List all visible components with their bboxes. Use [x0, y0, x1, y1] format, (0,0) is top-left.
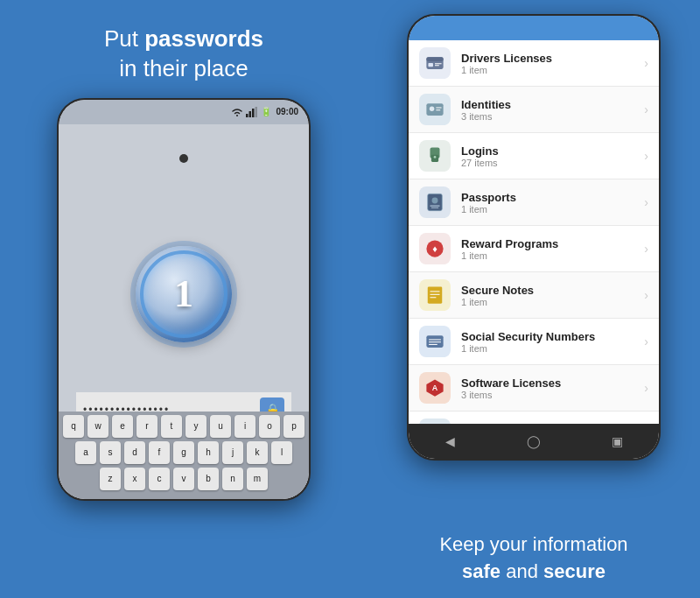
list-item-drivers-licenses[interactable]: Drivers Licenses1 item› — [409, 40, 659, 87]
text-identities: Identities3 items — [461, 98, 634, 122]
keyboard: q w e r t y u i o p a s d — [59, 412, 309, 499]
key-g[interactable]: g — [173, 441, 194, 464]
list-item-reward-programs[interactable]: ♦Reward Programs1 item› — [409, 226, 659, 272]
item-title: Secure Notes — [461, 284, 634, 297]
bottom-secure: secure — [543, 560, 606, 582]
key-b[interactable]: b — [198, 468, 219, 490]
headline-place: in their place — [119, 55, 248, 81]
logo-number: 1 — [174, 271, 193, 316]
key-s[interactable]: s — [100, 441, 121, 464]
key-q[interactable]: q — [63, 415, 84, 438]
status-bar-right — [409, 16, 659, 40]
chevron-right-icon: › — [644, 381, 648, 395]
keyboard-row-1: q w e r t y u i o p — [62, 415, 305, 438]
item-subtitle: 3 items — [461, 390, 634, 400]
svg-point-15 — [434, 156, 437, 158]
key-f[interactable]: f — [149, 441, 170, 464]
item-title: Social Security Numbers — [461, 330, 634, 343]
key-m[interactable]: m — [247, 468, 268, 490]
list-item-ssn[interactable]: Social Security Numbers1 item› — [409, 319, 659, 365]
chevron-right-icon: › — [644, 334, 648, 348]
key-h[interactable]: h — [198, 441, 219, 464]
list-item-logins[interactable]: Logins27 items› — [409, 133, 659, 179]
icon-logins — [419, 140, 451, 172]
icon-ssn — [419, 326, 451, 357]
key-c[interactable]: c — [149, 468, 170, 490]
svg-text:♦: ♦ — [432, 243, 438, 254]
svg-rect-27 — [426, 335, 443, 348]
bottom-text-right: Keep your information safe and secure — [368, 531, 700, 586]
key-e[interactable]: e — [112, 415, 133, 438]
chevron-right-icon: › — [644, 56, 648, 70]
key-o[interactable]: o — [259, 415, 280, 438]
item-subtitle: 3 items — [461, 111, 634, 122]
text-reward-programs: Reward Programs1 item — [461, 237, 634, 261]
keyboard-row-2: a s d f g h j k l — [62, 441, 305, 464]
key-d[interactable]: d — [124, 441, 145, 464]
item-subtitle: 1 item — [461, 297, 634, 307]
key-j[interactable]: j — [222, 441, 243, 464]
chevron-right-icon: › — [644, 102, 648, 116]
key-x[interactable]: x — [124, 468, 145, 490]
battery-icon: 🔋 — [261, 107, 271, 116]
key-n[interactable]: n — [222, 468, 243, 490]
key-k[interactable]: k — [247, 441, 268, 464]
back-button[interactable]: ◀ — [439, 433, 462, 450]
left-headline: Put passwords in their place — [104, 25, 263, 84]
phone-right: Drivers Licenses1 item›Identities3 items… — [407, 14, 661, 461]
headline-put: Put — [104, 25, 138, 52]
key-a[interactable]: a — [75, 441, 96, 464]
svg-rect-3 — [256, 107, 258, 117]
camera-dot — [179, 154, 188, 163]
chevron-right-icon: › — [644, 195, 648, 209]
item-subtitle: 27 items — [461, 158, 634, 168]
phone-screen-left: 1 •••••••••••••••• 🔒 q w e r t y — [59, 124, 309, 499]
left-panel: Put passwords in their place — [0, 0, 368, 598]
svg-point-18 — [432, 198, 438, 204]
text-software-licenses: Software Licenses3 items — [461, 376, 634, 400]
svg-point-10 — [430, 107, 435, 112]
icon-reward-programs: ♦ — [419, 233, 451, 264]
app-logo: 1 — [136, 246, 232, 342]
icon-identities — [419, 94, 451, 125]
list-item-identities[interactable]: Identities3 items› — [409, 87, 659, 133]
key-y[interactable]: y — [186, 415, 206, 438]
icon-software-licenses: A — [419, 372, 451, 404]
key-z[interactable]: z — [100, 468, 121, 490]
list-item-passports[interactable]: Passports1 item› — [409, 179, 659, 226]
item-title: Reward Programs — [461, 237, 634, 250]
keyboard-row-3: z x c v b n m — [62, 468, 305, 490]
key-p[interactable]: p — [284, 415, 304, 438]
signal-icon — [246, 107, 258, 117]
recents-button[interactable]: ▣ — [606, 433, 628, 450]
key-i[interactable]: i — [234, 415, 256, 438]
status-time: 09:00 — [276, 107, 298, 116]
chevron-right-icon: › — [644, 149, 648, 163]
svg-rect-0 — [246, 114, 248, 117]
headline-passwords: passwords — [144, 25, 263, 52]
item-subtitle: 1 item — [461, 204, 634, 215]
item-subtitle: 1 item — [461, 65, 634, 75]
svg-rect-5 — [426, 57, 443, 61]
text-drivers-licenses: Drivers Licenses1 item — [461, 52, 634, 75]
item-subtitle: 1 item — [461, 343, 634, 354]
home-button[interactable]: ◯ — [522, 433, 545, 450]
item-title: Identities — [461, 98, 634, 111]
key-v[interactable]: v — [173, 468, 194, 490]
chevron-right-icon: › — [644, 288, 648, 302]
text-logins: Logins27 items — [461, 144, 634, 168]
key-u[interactable]: u — [210, 415, 231, 438]
svg-rect-1 — [249, 111, 252, 117]
chevron-right-icon: › — [644, 242, 648, 256]
key-r[interactable]: r — [136, 415, 158, 438]
key-l[interactable]: l — [271, 441, 292, 464]
item-title: Drivers Licenses — [461, 52, 634, 65]
list-item-secure-notes[interactable]: Secure Notes1 item› — [409, 272, 659, 319]
bottom-safe: safe — [462, 560, 500, 582]
text-secure-notes: Secure Notes1 item — [461, 284, 634, 307]
list-item-software-licenses[interactable]: ASoftware Licenses3 items› — [409, 365, 659, 412]
list-item-wireless-routers[interactable]: Wireless Routers1 item› — [409, 412, 659, 424]
item-subtitle: 1 item — [461, 250, 634, 261]
key-t[interactable]: t — [161, 415, 182, 438]
key-w[interactable]: w — [88, 415, 108, 438]
